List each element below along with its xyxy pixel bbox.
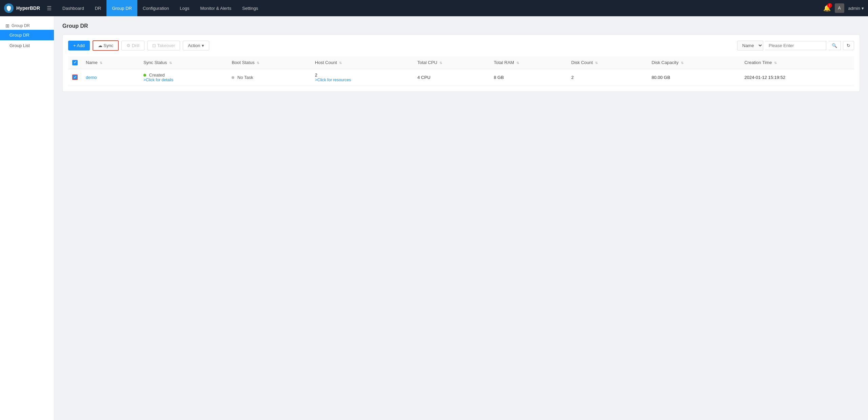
table-container: ✓ Name ⇅ Sync Status ⇅ Boot Status ⇅ Hos… (68, 56, 854, 86)
sync-button[interactable]: ☁ Sync (93, 40, 119, 51)
refresh-button[interactable]: ↻ (843, 41, 854, 50)
th-disk-count[interactable]: Disk Count ⇅ (567, 56, 648, 69)
page-title: Group DR (62, 23, 860, 29)
nav-settings[interactable]: Settings (237, 0, 263, 16)
th-creation-time[interactable]: Creation Time ⇅ (740, 56, 854, 69)
row-sync-status: Created >Click for details (139, 69, 228, 86)
name-link[interactable]: demo (86, 75, 97, 80)
sidebar-section: ⊞ Group DR (0, 20, 54, 30)
row-total-ram: 8 GB (490, 69, 567, 86)
action-label: Action (188, 43, 200, 48)
nav-monitor-alerts[interactable]: Monitor & Alerts (195, 0, 237, 16)
main-content: Group DR + Add ☁ Sync ⚙ Drill ⊡ Takeover… (54, 16, 868, 420)
table-row: ✓ demo Created >Clic (68, 69, 854, 86)
sync-status-dot (143, 74, 146, 77)
th-total-cpu[interactable]: Total CPU ⇅ (413, 56, 490, 69)
th-total-ram[interactable]: Total RAM ⇅ (490, 56, 567, 69)
resources-link[interactable]: >Click for resources (315, 78, 409, 82)
avatar: A (835, 3, 844, 13)
sidebar-section-label: Group DR (12, 23, 30, 28)
sidebar-item-group-dr[interactable]: Group DR (0, 30, 54, 40)
th-checkbox: ✓ (68, 56, 82, 69)
takeover-button[interactable]: ⊡ Takeover (147, 41, 180, 50)
th-disk-capacity[interactable]: Disk Capacity ⇅ (648, 56, 741, 69)
action-button[interactable]: Action ▾ (183, 41, 209, 50)
row-boot-status: No Task (228, 69, 311, 86)
dropdown-chevron: ▾ (862, 6, 864, 11)
main-layout: ⊞ Group DR Group DR Group List Group DR … (0, 16, 868, 420)
boot-status-dot (232, 76, 234, 79)
boot-status-label: No Task (237, 75, 253, 80)
th-boot-status[interactable]: Boot Status ⇅ (228, 56, 311, 69)
disk-count-value: 2 (571, 75, 574, 80)
logo-icon (4, 3, 14, 13)
host-count-value: 2 (315, 72, 409, 78)
nav-group-dr[interactable]: Group DR (106, 0, 137, 16)
row-name: demo (82, 69, 139, 86)
content-card: + Add ☁ Sync ⚙ Drill ⊡ Takeover Action ▾… (62, 35, 860, 92)
row-checkbox[interactable]: ✓ (72, 75, 78, 80)
th-host-count[interactable]: Host Count ⇅ (311, 56, 413, 69)
app-name: HyperBDR (16, 5, 40, 11)
nav-dashboard[interactable]: Dashboard (57, 0, 90, 16)
search-input[interactable] (765, 41, 826, 50)
select-all-checkbox[interactable]: ✓ (72, 60, 78, 65)
sidebar-section-icon: ⊞ (5, 23, 9, 28)
search-button[interactable]: 🔍 (828, 41, 841, 50)
sync-details-link[interactable]: >Click for details (143, 78, 224, 82)
sidebar: ⊞ Group DR Group DR Group List (0, 16, 54, 420)
row-total-cpu: 4 CPU (413, 69, 490, 86)
th-sync-status[interactable]: Sync Status ⇅ (139, 56, 228, 69)
nav-right: 🔔 7 A admin ▾ (823, 3, 864, 13)
nav-items: Dashboard DR Group DR Configuration Logs… (57, 0, 823, 16)
search-bar: Name 🔍 ↻ (737, 41, 854, 50)
add-button[interactable]: + Add (68, 41, 90, 50)
sync-status-label: Created (149, 72, 165, 78)
disk-capacity-value: 80.00 GB (652, 75, 670, 80)
table-header-row: ✓ Name ⇅ Sync Status ⇅ Boot Status ⇅ Hos… (68, 56, 854, 69)
row-creation-time: 2024-01-12 15:19:52 (740, 69, 854, 86)
th-name[interactable]: Name ⇅ (82, 56, 139, 69)
notification-bell[interactable]: 🔔 7 (823, 4, 831, 12)
sidebar-item-group-list[interactable]: Group List (0, 40, 54, 51)
row-checkbox-cell: ✓ (68, 69, 82, 86)
notification-badge: 7 (827, 3, 832, 8)
group-dr-table: ✓ Name ⇅ Sync Status ⇅ Boot Status ⇅ Hos… (68, 56, 854, 86)
toolbar: + Add ☁ Sync ⚙ Drill ⊡ Takeover Action ▾… (68, 40, 854, 51)
nav-dr[interactable]: DR (90, 0, 107, 16)
nav-configuration[interactable]: Configuration (137, 0, 174, 16)
top-navigation: HyperBDR ☰ Dashboard DR Group DR Configu… (0, 0, 868, 16)
nav-logs[interactable]: Logs (174, 0, 195, 16)
hamburger-menu[interactable]: ☰ (47, 5, 52, 12)
total-cpu-value: 4 CPU (417, 75, 430, 80)
total-ram-value: 8 GB (494, 75, 504, 80)
drill-button[interactable]: ⚙ Drill (121, 41, 144, 50)
action-dropdown-icon: ▾ (202, 43, 204, 48)
row-disk-capacity: 80.00 GB (648, 69, 741, 86)
creation-time-value: 2024-01-12 15:19:52 (744, 75, 785, 80)
row-disk-count: 2 (567, 69, 648, 86)
row-host-count: 2 >Click for resources (311, 69, 413, 86)
search-select[interactable]: Name (737, 41, 763, 50)
username-label: admin (848, 6, 860, 11)
app-logo[interactable]: HyperBDR (4, 3, 40, 13)
user-menu[interactable]: admin ▾ (848, 6, 864, 11)
